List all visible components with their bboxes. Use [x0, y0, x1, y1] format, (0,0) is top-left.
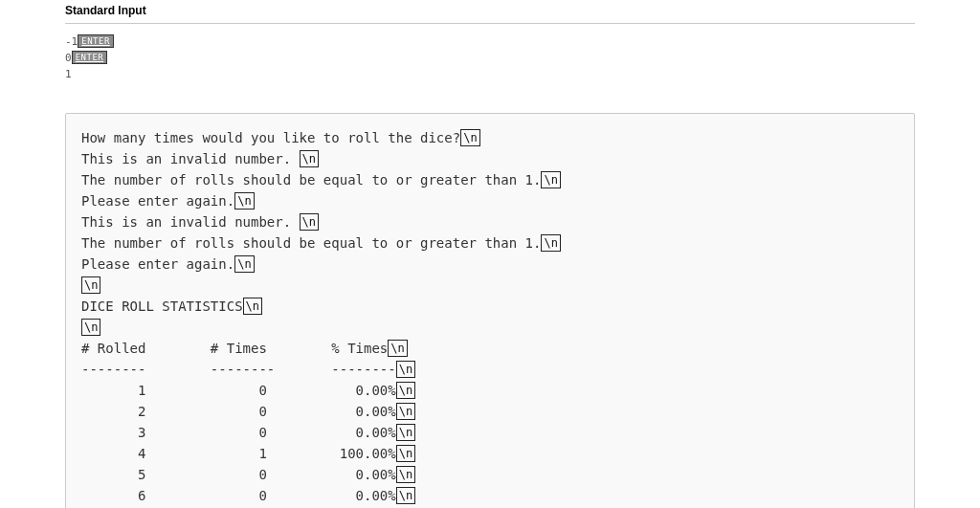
newline-icon: \n — [81, 319, 100, 336]
output-line: How many times would you like to roll th… — [81, 127, 899, 148]
output-text: 5 0 0.00% — [81, 467, 396, 482]
newline-icon: \n — [541, 171, 560, 188]
newline-icon: \n — [396, 466, 415, 483]
newline-icon: \n — [396, 382, 415, 399]
output-line: DICE ROLL STATISTICS\n — [81, 296, 899, 317]
output-text: How many times would you like to roll th… — [81, 130, 460, 145]
output-line: The number of rolls should be equal to o… — [81, 232, 899, 254]
output-text: Please enter again. — [81, 256, 234, 272]
newline-icon: \n — [460, 129, 479, 146]
output-text: 3 0 0.00% — [81, 425, 396, 440]
newline-icon: \n — [81, 276, 100, 294]
input-text: 0 — [65, 52, 72, 64]
enter-key-icon: ENTER — [78, 34, 114, 48]
output-text: This is an invalid number. — [81, 151, 300, 166]
output-line: \n — [81, 275, 899, 296]
input-line: 1 — [65, 66, 915, 82]
output-line: 3 0 0.00%\n — [81, 422, 899, 443]
newline-icon: \n — [243, 298, 262, 315]
output-text: -------- -------- -------- — [81, 362, 396, 377]
output-line: 4 1 100.00%\n — [81, 443, 899, 464]
output-line: \n — [81, 317, 899, 338]
output-text: Please enter again. — [81, 193, 234, 209]
page: Standard Input -1ENTER0ENTER1 How many t… — [0, 0, 980, 508]
output-panel: How many times would you like to roll th… — [65, 113, 915, 508]
newline-icon: \n — [541, 234, 560, 252]
newline-icon: \n — [396, 361, 415, 378]
output-line: -------- -------- --------\n — [81, 359, 899, 380]
output-line: # Rolled # Times % Times\n — [81, 338, 899, 359]
output-line: This is an invalid number. \n — [81, 211, 899, 232]
output-text: 4 1 100.00% — [81, 446, 396, 461]
output-line: Please enter again.\n — [81, 190, 899, 211]
input-line: -1ENTER — [65, 33, 915, 50]
newline-icon: \n — [396, 445, 415, 462]
newline-icon: \n — [396, 487, 415, 504]
output-line: 1 0 0.00%\n — [81, 380, 899, 401]
output-line: This is an invalid number. \n — [81, 148, 899, 169]
output-text: This is an invalid number. — [81, 214, 300, 230]
output-text: 1 0 0.00% — [81, 383, 396, 398]
output-line: 5 0 0.00%\n — [81, 464, 899, 485]
newline-icon: \n — [396, 403, 415, 420]
output-text: # Rolled # Times % Times — [81, 341, 388, 356]
output-line: 6 0 0.00%\n — [81, 485, 899, 506]
section-title: Standard Input — [65, 0, 915, 23]
output-text: 2 0 0.00% — [81, 404, 396, 419]
output-line: The number of rolls should be equal to o… — [81, 169, 899, 190]
input-line: 0ENTER — [65, 50, 915, 66]
output-text: The number of rolls should be equal to o… — [81, 172, 541, 188]
separator — [65, 23, 915, 24]
newline-icon: \n — [300, 150, 319, 167]
output-text: DICE ROLL STATISTICS — [81, 298, 243, 314]
newline-icon: \n — [234, 192, 254, 210]
standard-input-block: -1ENTER0ENTER1 — [65, 30, 915, 92]
newline-icon: \n — [396, 424, 415, 441]
input-text: 1 — [65, 68, 72, 80]
output-line: 2 0 0.00%\n — [81, 401, 899, 422]
output-line: Please enter again.\n — [81, 254, 899, 275]
newline-icon: \n — [300, 213, 319, 231]
newline-icon: \n — [234, 255, 254, 273]
newline-icon: \n — [388, 340, 407, 357]
input-text: -1 — [65, 35, 78, 48]
output-text: The number of rolls should be equal to o… — [81, 235, 541, 251]
enter-key-icon: ENTER — [72, 51, 108, 64]
output-text: 6 0 0.00% — [81, 488, 396, 503]
